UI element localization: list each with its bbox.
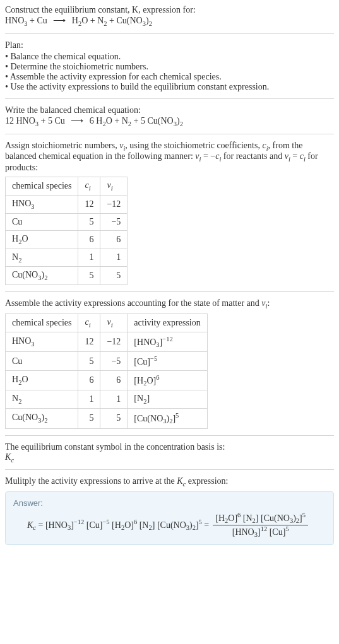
cell-vi: 6 [100, 370, 128, 390]
cell-ci: 5 [78, 267, 100, 285]
eq-h2o-h: H [69, 16, 78, 25]
table-row: N2 1 1 [N2] [6, 390, 208, 409]
divider [5, 291, 334, 292]
cell-ci: 1 [78, 390, 100, 409]
prompt-line-1: Construct the equilibrium constant, K, e… [5, 5, 334, 15]
table-row: Cu 5 −5 [Cu]−5 [6, 352, 208, 371]
answer-formula: Kc = [HNO3]−12 [Cu]−5 [H2O]6 [N2] [Cu(NO… [27, 512, 326, 538]
table-row: Cu 5 −5 [6, 213, 128, 230]
plan-item: Determine the stoichiometric numbers. [5, 62, 334, 72]
sp-text2: O [21, 375, 28, 384]
ae-b: O] [146, 376, 156, 385]
th-vi-sub: i [111, 322, 113, 329]
ae-sup: 6 [156, 374, 159, 381]
plan-list: Balance the chemical equation. Determine… [5, 52, 334, 92]
divider [5, 98, 334, 99]
sp-text: H [12, 234, 18, 243]
cell-activity: [N2] [128, 390, 207, 409]
sp-sub2: 2 [44, 274, 47, 281]
eq-hno3-text: HNO [5, 16, 24, 25]
ae-sup: 5 [175, 412, 179, 419]
ae-a: [Cu(NO [134, 414, 163, 423]
unbalanced-equation: HNO3 + Cu ⟶ H2O + N2 + Cu(NO3)2 [5, 15, 334, 27]
cell-species: N2 [6, 390, 78, 409]
sp-text: N [12, 252, 18, 262]
table-row: HNO3 12 −12 [6, 195, 128, 213]
assemble-t1: Assemble the activity expressions accoun… [5, 298, 261, 308]
cell-vi: 1 [100, 249, 128, 267]
ae-a: [Cu] [134, 357, 150, 366]
eq-cuno3-sub2: 2 [149, 20, 152, 27]
cell-vi: 5 [100, 409, 128, 428]
mult-t2: expression: [186, 476, 228, 486]
assign-t4: for reactants and [221, 151, 284, 161]
assign-text: Assign stoichiometric numbers, νi, using… [5, 141, 334, 173]
table-row: Cu(NO3)2 5 5 [6, 267, 128, 285]
assign-t1: Assign stoichiometric numbers, [5, 141, 119, 150]
sp-text: HNO [12, 336, 31, 346]
bal-h2o: 6 H [87, 116, 102, 126]
answer-label: Answer: [13, 498, 326, 508]
cell-vi: −5 [100, 213, 128, 230]
cell-species: HNO3 [6, 332, 78, 351]
ans-eq: = [36, 520, 45, 530]
table-header-row: chemical species ci νi [6, 177, 128, 196]
cell-vi: −5 [100, 352, 128, 371]
ans-t3b: O] [124, 520, 134, 530]
assemble-t2: : [267, 298, 270, 308]
sp-text: HNO [12, 199, 31, 208]
cell-activity: [Cu(NO3)2]5 [128, 409, 207, 428]
table-row: HNO3 12 −12 [HNO3]−12 [6, 332, 208, 351]
cell-activity: [H2O]6 [128, 370, 207, 390]
ans-t2-sup: −5 [102, 518, 109, 525]
prompt-text-before-k: Construct the equilibrium constant, K, e… [5, 5, 196, 15]
cell-vi: −12 [100, 195, 128, 213]
sp-text: Cu(NO [12, 270, 38, 279]
bal-cuno3: + 5 Cu(NO [131, 116, 174, 126]
ans-t2: [Cu] [84, 520, 102, 530]
num-c-sup: 5 [302, 512, 306, 518]
th-vi: νi [100, 313, 128, 332]
sp-sub: 3 [31, 341, 34, 348]
th-vi-sub: i [111, 185, 113, 192]
cell-ci: 5 [78, 352, 100, 371]
ans-eq2: = [202, 520, 209, 530]
stoich-table: chemical species ci νi HNO3 12 −12 Cu 5 … [5, 177, 128, 285]
assign-t2: , using the stoichiometric coefficients, [125, 141, 262, 150]
divider [5, 33, 334, 34]
th-species: chemical species [6, 177, 78, 196]
th-ci: ci [78, 313, 100, 332]
plan-title: Plan: [5, 40, 334, 50]
plan-item: Use the activity expressions to build th… [5, 82, 334, 92]
table-row: H2O 6 6 [6, 230, 128, 249]
cell-species: Cu [6, 213, 78, 230]
th-ci-sub: i [89, 322, 91, 329]
assemble-text: Assemble the activity expressions accoun… [5, 298, 334, 310]
bal-cu: + 5 Cu [39, 116, 67, 126]
divider [5, 134, 334, 134]
answer-fraction: [H2O]6 [N2] [Cu(NO3)2]5 [HNO3]12 [Cu]5 [213, 512, 308, 538]
cell-species: N2 [6, 249, 78, 267]
den-b: [Cu] [267, 527, 285, 536]
cell-species: H2O [6, 370, 78, 390]
sp-text: Cu(NO [12, 413, 38, 422]
table-row: H2O 6 6 [H2O]6 [6, 370, 208, 390]
cell-species: H2O [6, 230, 78, 249]
ae-a: [N [134, 394, 143, 403]
answer-box: Answer: Kc = [HNO3]−12 [Cu]−5 [H2O]6 [N2… [5, 491, 334, 545]
num-a: [H [215, 513, 225, 523]
assemble-section: Assemble the activity expressions accoun… [5, 298, 334, 428]
cell-species: Cu(NO3)2 [6, 409, 78, 428]
eq-cuno3-text: + Cu(NO [107, 16, 143, 25]
th-ci-sub: i [89, 185, 91, 192]
ans-k: K [27, 520, 33, 530]
sp-text2: O [21, 234, 28, 243]
bal-hno3: 12 HNO [5, 116, 35, 126]
ae-sup: −5 [150, 355, 157, 362]
cell-activity: [Cu]−5 [128, 352, 207, 371]
symbol-section: The equilibrium constant symbol in the c… [5, 442, 334, 464]
symbol-line1: The equilibrium constant symbol in the c… [5, 442, 334, 452]
den-b-sup: 5 [285, 525, 288, 532]
table-row: Cu(NO3)2 5 5 [Cu(NO3)2]5 [6, 409, 208, 428]
cell-species: Cu [6, 352, 78, 371]
